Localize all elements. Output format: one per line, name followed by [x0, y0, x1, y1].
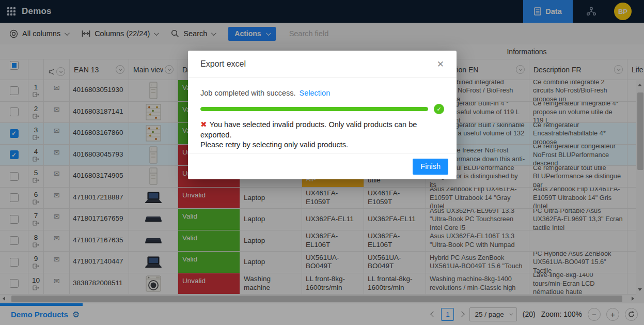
- finish-button[interactable]: Finish: [413, 159, 448, 175]
- selection-link[interactable]: Selection: [300, 89, 331, 97]
- error-line-2: Please retry by selecting only valid pro…: [200, 141, 348, 149]
- dialog-title: Export excel: [200, 59, 437, 69]
- export-excel-dialog: Export excel ✕ Job completed with succes…: [188, 51, 457, 179]
- error-icon: ✖: [200, 120, 207, 129]
- close-icon[interactable]: ✕: [437, 60, 444, 69]
- app-window: Demos Data BP All columns Col: [0, 0, 644, 325]
- error-message: ✖You have selected invalid products. Onl…: [200, 119, 444, 150]
- error-line-1: You have selected invalid products. Only…: [200, 120, 417, 139]
- job-status-text: Job completed with success.: [200, 89, 296, 97]
- success-check-icon: ✓: [434, 104, 444, 114]
- progress-bar: [200, 107, 428, 111]
